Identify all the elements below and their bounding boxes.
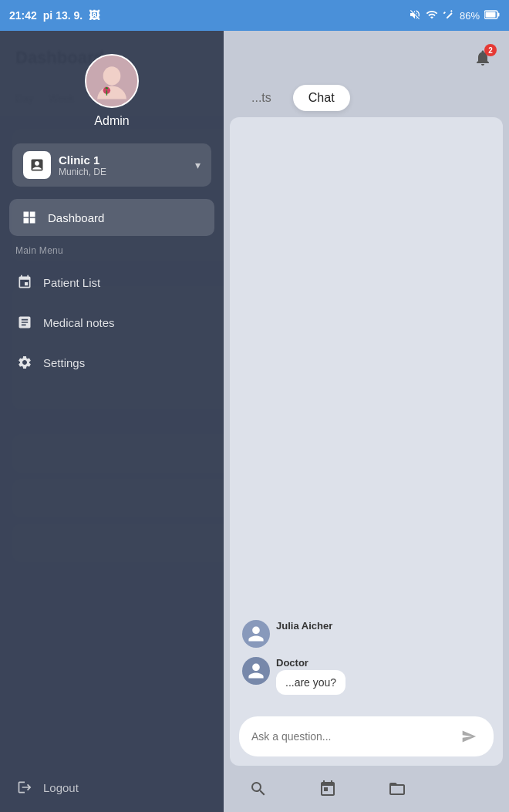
sidebar-item-patient-list[interactable]: Patient List bbox=[0, 262, 224, 302]
sidebar-item-dashboard[interactable]: Dashboard bbox=[9, 199, 214, 236]
profile-avatar bbox=[85, 54, 139, 108]
dashboard-icon bbox=[20, 208, 39, 227]
svg-rect-1 bbox=[498, 12, 500, 16]
sidebar-item-medical-notes[interactable]: Medical notes bbox=[0, 302, 224, 342]
clinic-info: Clinic 1 Munich, DE bbox=[59, 153, 187, 177]
notification-badge: 2 bbox=[484, 44, 497, 56]
clinic-location: Munich, DE bbox=[59, 167, 187, 177]
send-button[interactable] bbox=[457, 724, 481, 749]
status-bar: 21:42 pi 13. 9. 🖼 86% bbox=[0, 0, 509, 31]
clinic-icon bbox=[23, 151, 51, 179]
chat-input-area bbox=[230, 707, 503, 766]
logout-icon bbox=[15, 778, 34, 797]
chat-container: Julia Aicher Doctor ...are you? bbox=[230, 117, 503, 766]
nav-files[interactable] bbox=[388, 780, 406, 798]
sidebar-dashboard-label: Dashboard bbox=[48, 211, 104, 224]
battery-display: 86% bbox=[460, 10, 480, 22]
wifi-icon bbox=[426, 8, 438, 23]
chat-input[interactable] bbox=[251, 730, 450, 743]
tab-chats[interactable]: ...ts bbox=[236, 85, 287, 111]
chat-messages: Julia Aicher Doctor ...are you? bbox=[230, 117, 503, 707]
chat-panel: 2 ...ts Chat Julia Aicher bbox=[224, 31, 509, 812]
message-content-1: Julia Aicher bbox=[276, 620, 332, 632]
main-header: 2 bbox=[224, 31, 509, 85]
svg-point-4 bbox=[103, 66, 121, 86]
settings-icon bbox=[15, 353, 34, 372]
signal-icon bbox=[443, 8, 455, 23]
patient-list-icon bbox=[15, 273, 34, 291]
avatar-doctor bbox=[242, 657, 270, 685]
sidebar-medical-notes-label: Medical notes bbox=[43, 316, 115, 329]
sidebar-profile: Admin bbox=[0, 31, 224, 143]
profile-name: Admin bbox=[94, 114, 129, 128]
clinic-name: Clinic 1 bbox=[59, 153, 187, 167]
sidebar-logout-button[interactable]: Logout bbox=[0, 763, 224, 812]
medical-notes-icon bbox=[15, 313, 34, 332]
nav-search[interactable] bbox=[249, 780, 268, 798]
sender-name-1: Julia Aicher bbox=[276, 620, 332, 632]
sender-name-2: Doctor bbox=[276, 657, 346, 669]
tab-chat[interactable]: Chat bbox=[293, 85, 350, 111]
sidebar: Admin Clinic 1 Munich, DE ▾ Dashboard Ma… bbox=[0, 31, 224, 812]
sidebar-patient-list-label: Patient List bbox=[43, 276, 100, 289]
message-content-2: Doctor ...are you? bbox=[276, 657, 346, 695]
date-display: pi 13. 9. bbox=[43, 9, 83, 22]
notification-button[interactable]: 2 bbox=[469, 44, 497, 72]
chevron-down-icon: ▾ bbox=[195, 159, 201, 171]
photo-icon: 🖼 bbox=[89, 9, 99, 22]
sidebar-settings-label: Settings bbox=[43, 356, 85, 369]
tab-row: ...ts Chat bbox=[224, 85, 509, 117]
avatar-julia bbox=[242, 620, 270, 648]
sidebar-logout-label: Logout bbox=[43, 781, 79, 794]
time-display: 21:42 bbox=[9, 9, 37, 22]
sidebar-item-settings[interactable]: Settings bbox=[0, 342, 224, 382]
chat-message-1: Julia Aicher bbox=[242, 620, 490, 648]
nav-calendar[interactable] bbox=[319, 780, 337, 798]
chat-message-2: Doctor ...are you? bbox=[242, 657, 490, 695]
battery-icon bbox=[484, 10, 500, 22]
mute-icon bbox=[409, 8, 421, 23]
clinic-selector[interactable]: Clinic 1 Munich, DE ▾ bbox=[12, 143, 211, 187]
main-menu-label: Main Menu bbox=[0, 242, 224, 262]
chat-input-wrap[interactable] bbox=[239, 716, 494, 756]
message-bubble-2: ...are you? bbox=[276, 670, 346, 695]
svg-rect-2 bbox=[486, 12, 496, 17]
